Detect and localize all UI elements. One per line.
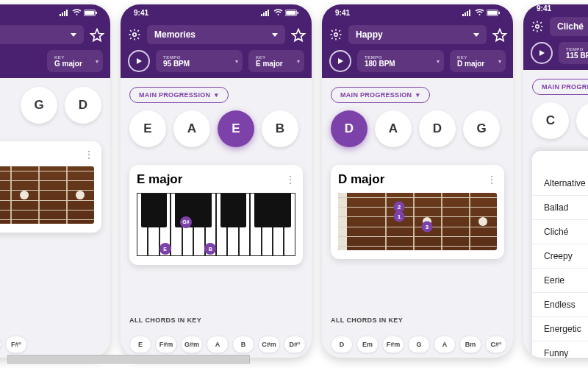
- key-chord-chip[interactable]: D: [331, 336, 353, 353]
- app-header: Cliché TEMPO 115 BPM ▾: [523, 13, 588, 70]
- key-chord-chip[interactable]: F#°: [5, 336, 27, 353]
- svg-rect-22: [467, 11, 468, 16]
- mood-item[interactable]: Eerie: [532, 269, 588, 293]
- more-icon[interactable]: ⋮: [84, 149, 94, 160]
- screen-body: GD ⋮ ALL CHORDS IN KEY CDEmF#°: [0, 78, 110, 358]
- key-chord-chip[interactable]: G#m: [181, 336, 203, 353]
- app-header: Happy TEMPO 180 BPM ▾ KEY D major ▾: [322, 21, 513, 78]
- svg-rect-5: [85, 10, 94, 15]
- svg-rect-25: [487, 10, 497, 15]
- key-chord-chip[interactable]: B: [232, 336, 254, 353]
- guitar-fretboard[interactable]: 123: [338, 193, 497, 250]
- main-progression-button[interactable]: MAIN PROGRESSION ▾: [129, 87, 229, 103]
- svg-point-27: [334, 33, 338, 37]
- phone-screen: 9:41 KEY G major ▾ GD: [0, 4, 110, 358]
- progression-chord[interactable]: E: [129, 110, 166, 147]
- key-chord-chip[interactable]: G: [408, 336, 430, 353]
- moods-panel: Moods AlternativeBalladClichéCreepyEerie…: [532, 151, 588, 358]
- gear-icon[interactable]: [531, 20, 544, 33]
- svg-rect-12: [268, 10, 269, 16]
- signal-icon: [261, 9, 271, 16]
- mood-item[interactable]: Energetic: [532, 317, 588, 342]
- key-chord-chip[interactable]: F#m: [382, 336, 404, 353]
- play-button[interactable]: [329, 50, 351, 72]
- svg-point-16: [133, 33, 137, 37]
- song-title-dropdown[interactable]: Cliché: [550, 17, 588, 36]
- progression-chord[interactable]: G: [576, 102, 588, 139]
- progression-chord[interactable]: G: [463, 110, 500, 147]
- svg-rect-10: [263, 13, 265, 16]
- key-chord-chip[interactable]: E: [129, 336, 151, 353]
- key-chord-chip[interactable]: Em: [356, 336, 379, 353]
- main-progression-button[interactable]: MAIN PROGRESSION ▾: [331, 87, 430, 103]
- main-progression-label: MAIN PROGRESSION: [542, 83, 588, 91]
- key-selector[interactable]: KEY D major ▾: [450, 50, 506, 72]
- mood-item[interactable]: Endless: [532, 293, 588, 317]
- guitar-fretboard[interactable]: [0, 166, 94, 224]
- progression-chord[interactable]: E: [218, 110, 254, 147]
- more-icon[interactable]: ⋮: [285, 174, 295, 185]
- progression-chord[interactable]: G: [21, 87, 57, 124]
- song-title-dropdown[interactable]: Happy: [348, 25, 487, 44]
- progression-chord[interactable]: C: [532, 102, 569, 139]
- key-chord-chip[interactable]: C#m: [258, 336, 280, 353]
- star-icon[interactable]: [492, 28, 506, 41]
- chord-diagram-card: D major ⋮ 123: [331, 165, 504, 259]
- battery-icon: [285, 10, 298, 16]
- note-marker: E: [159, 243, 171, 255]
- chord-name: D major: [338, 172, 384, 187]
- key-selector[interactable]: KEY G major ▾: [47, 50, 103, 72]
- mood-item[interactable]: Funny: [532, 342, 588, 358]
- star-icon[interactable]: [90, 28, 103, 41]
- svg-marker-28: [473, 33, 479, 37]
- chevron-down-icon: [473, 33, 479, 37]
- key-chord-chip[interactable]: Em: [0, 336, 1, 353]
- horizontal-scrollbar[interactable]: [7, 355, 250, 364]
- tempo-selector[interactable]: TEMPO 95 BPM ▾: [156, 50, 243, 72]
- play-button[interactable]: [531, 42, 553, 64]
- mood-item[interactable]: Ballad: [532, 196, 588, 220]
- key-chord-chip[interactable]: D#°: [284, 336, 306, 353]
- more-icon[interactable]: ⋮: [487, 174, 497, 185]
- svg-marker-19: [137, 58, 142, 64]
- svg-rect-14: [286, 10, 295, 15]
- svg-rect-26: [498, 11, 500, 13]
- progression-chord[interactable]: D: [331, 110, 368, 147]
- main-progression-button[interactable]: MAIN PROGRESSION ▾: [532, 79, 588, 95]
- key-chord-chip[interactable]: A: [434, 336, 456, 353]
- progression-row: GD: [0, 87, 101, 124]
- song-title-dropdown[interactable]: Memories: [147, 25, 285, 44]
- progression-chord[interactable]: B: [262, 110, 298, 147]
- key-chord-chip[interactable]: F#m: [155, 336, 177, 353]
- progression-chord[interactable]: D: [419, 110, 456, 147]
- key-value: E major: [256, 60, 297, 68]
- status-time: 9:41: [335, 9, 350, 17]
- mood-item[interactable]: Creepy: [532, 244, 588, 269]
- piano-keyboard[interactable]: EG#B: [137, 193, 295, 256]
- battery-icon: [84, 10, 97, 16]
- wifi-icon: [72, 9, 82, 16]
- screen-body: MAIN PROGRESSION ▾ CG Moods AlternativeB…: [523, 70, 588, 358]
- tempo-selector[interactable]: TEMPO 180 BPM ▾: [357, 50, 444, 72]
- key-chord-chip[interactable]: Bm: [459, 336, 481, 353]
- mood-item[interactable]: Cliché: [532, 220, 588, 244]
- svg-rect-6: [96, 11, 97, 13]
- chevron-down-icon: ▾: [437, 58, 440, 65]
- gear-icon[interactable]: [128, 28, 141, 41]
- play-button[interactable]: [128, 50, 150, 72]
- svg-marker-17: [272, 33, 278, 37]
- star-icon[interactable]: [291, 28, 304, 41]
- mood-item[interactable]: Alternative: [532, 171, 588, 196]
- progression-chord[interactable]: A: [375, 110, 412, 147]
- progression-chord[interactable]: D: [65, 87, 101, 124]
- progression-chord[interactable]: A: [173, 110, 210, 147]
- gear-icon[interactable]: [329, 28, 343, 41]
- signal-icon: [60, 9, 70, 16]
- tempo-selector[interactable]: TEMPO 115 BPM ▾: [559, 42, 588, 64]
- song-title-dropdown[interactable]: [0, 25, 84, 44]
- key-selector[interactable]: KEY E major ▾: [248, 50, 304, 72]
- key-chord-chip[interactable]: C#°: [485, 336, 507, 353]
- key-chord-chip[interactable]: A: [207, 336, 229, 353]
- key-value: G major: [54, 60, 96, 68]
- chevron-down-icon: ▾: [297, 58, 300, 65]
